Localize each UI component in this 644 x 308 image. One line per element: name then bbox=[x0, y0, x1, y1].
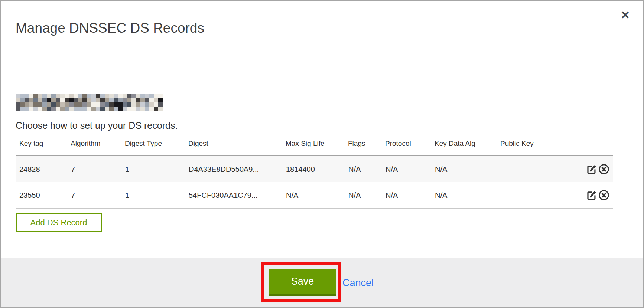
col-header-digest: Digest bbox=[188, 136, 286, 156]
cell-key-data-alg: N/A bbox=[435, 156, 500, 183]
cell-protocol: N/A bbox=[385, 156, 435, 183]
col-header-flags: Flags bbox=[348, 136, 385, 156]
table-row: 24828 7 1 D4A33E8DD550A9... 1814400 N/A … bbox=[16, 156, 613, 183]
cell-key-tag: 24828 bbox=[16, 156, 71, 183]
cell-key-tag: 23550 bbox=[16, 182, 71, 209]
col-header-key-tag: Key tag bbox=[16, 136, 71, 156]
ds-records-table: Key tag Algorithm Digest Type Digest Max… bbox=[16, 136, 613, 209]
save-button[interactable]: Save bbox=[269, 269, 336, 296]
table-row: 23550 7 1 54FCF030AA1C79... N/A N/A N/A … bbox=[16, 182, 613, 209]
edit-icon[interactable] bbox=[586, 164, 597, 175]
cell-digest: D4A33E8DD550A9... bbox=[188, 156, 286, 183]
row-actions bbox=[560, 156, 613, 183]
dialog-subtitle: Choose how to set up your DS records. bbox=[16, 120, 178, 131]
cell-public-key bbox=[500, 182, 560, 209]
add-ds-record-button[interactable]: Add DS Record bbox=[16, 213, 102, 232]
table-header-row: Key tag Algorithm Digest Type Digest Max… bbox=[16, 136, 613, 156]
cell-public-key bbox=[500, 156, 560, 183]
close-icon[interactable]: ✕ bbox=[620, 9, 631, 22]
cancel-link[interactable]: Cancel bbox=[342, 277, 374, 289]
cell-flags: N/A bbox=[348, 156, 385, 183]
col-header-actions bbox=[560, 136, 613, 156]
dialog-title: Manage DNSSEC DS Records bbox=[16, 20, 204, 36]
cell-key-data-alg: N/A bbox=[435, 182, 500, 209]
cell-digest: 54FCF030AA1C79... bbox=[188, 182, 286, 209]
row-actions bbox=[560, 182, 613, 209]
cell-max-sig-life: 1814400 bbox=[286, 156, 348, 183]
col-header-protocol: Protocol bbox=[385, 136, 435, 156]
cell-algorithm: 7 bbox=[71, 182, 125, 209]
col-header-key-data-alg: Key Data Alg bbox=[435, 136, 500, 156]
manage-dnssec-dialog: Manage DNSSEC DS Records ✕ Choose how to… bbox=[0, 0, 644, 308]
cell-digest-type: 1 bbox=[125, 156, 188, 183]
edit-icon[interactable] bbox=[586, 190, 597, 201]
col-header-algorithm: Algorithm bbox=[71, 136, 125, 156]
cell-digest-type: 1 bbox=[125, 182, 188, 209]
col-header-public-key: Public Key bbox=[500, 136, 560, 156]
cell-flags: N/A bbox=[348, 182, 385, 209]
cell-protocol: N/A bbox=[385, 182, 435, 209]
redacted-domain-name bbox=[16, 94, 163, 111]
col-header-digest-type: Digest Type bbox=[125, 136, 188, 156]
delete-icon[interactable] bbox=[598, 164, 609, 175]
cell-algorithm: 7 bbox=[71, 156, 125, 183]
col-header-max-sig-life: Max Sig Life bbox=[286, 136, 348, 156]
delete-icon[interactable] bbox=[598, 190, 609, 201]
cell-max-sig-life: N/A bbox=[286, 182, 348, 209]
